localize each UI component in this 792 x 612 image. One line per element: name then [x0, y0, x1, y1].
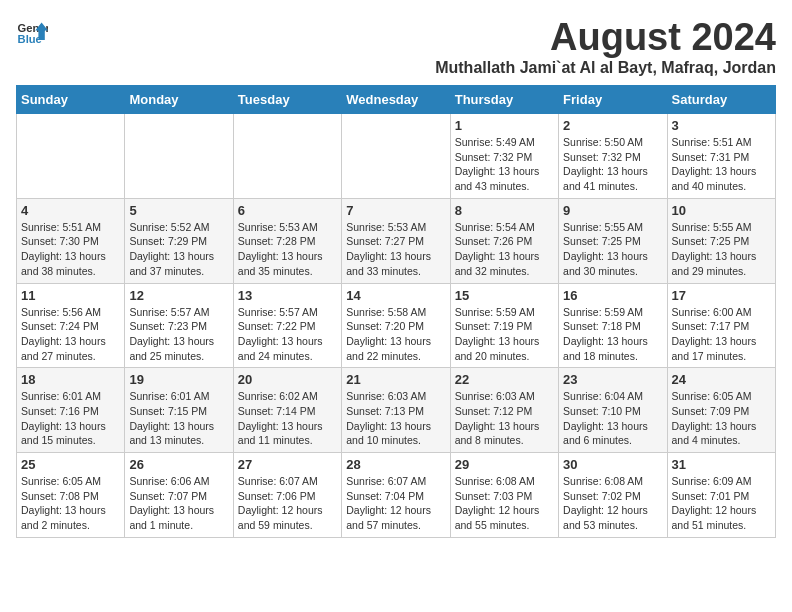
day-info: Sunrise: 6:06 AM Sunset: 7:07 PM Dayligh… [129, 474, 228, 533]
day-cell: 16Sunrise: 5:59 AM Sunset: 7:18 PM Dayli… [559, 283, 667, 368]
day-number: 13 [238, 288, 337, 303]
day-info: Sunrise: 5:56 AM Sunset: 7:24 PM Dayligh… [21, 305, 120, 364]
day-info: Sunrise: 5:59 AM Sunset: 7:19 PM Dayligh… [455, 305, 554, 364]
day-cell: 17Sunrise: 6:00 AM Sunset: 7:17 PM Dayli… [667, 283, 775, 368]
day-number: 17 [672, 288, 771, 303]
day-cell: 18Sunrise: 6:01 AM Sunset: 7:16 PM Dayli… [17, 368, 125, 453]
day-number: 15 [455, 288, 554, 303]
day-info: Sunrise: 5:59 AM Sunset: 7:18 PM Dayligh… [563, 305, 662, 364]
day-info: Sunrise: 6:00 AM Sunset: 7:17 PM Dayligh… [672, 305, 771, 364]
day-info: Sunrise: 5:53 AM Sunset: 7:28 PM Dayligh… [238, 220, 337, 279]
day-cell [125, 114, 233, 199]
day-number: 2 [563, 118, 662, 133]
day-cell: 3Sunrise: 5:51 AM Sunset: 7:31 PM Daylig… [667, 114, 775, 199]
day-cell: 8Sunrise: 5:54 AM Sunset: 7:26 PM Daylig… [450, 198, 558, 283]
day-number: 4 [21, 203, 120, 218]
column-header-friday: Friday [559, 86, 667, 114]
week-row-2: 4Sunrise: 5:51 AM Sunset: 7:30 PM Daylig… [17, 198, 776, 283]
day-cell: 12Sunrise: 5:57 AM Sunset: 7:23 PM Dayli… [125, 283, 233, 368]
page-header: General Blue August 2024 Muthallath Jami… [16, 16, 776, 77]
day-info: Sunrise: 5:58 AM Sunset: 7:20 PM Dayligh… [346, 305, 445, 364]
day-number: 30 [563, 457, 662, 472]
day-info: Sunrise: 6:08 AM Sunset: 7:03 PM Dayligh… [455, 474, 554, 533]
day-number: 23 [563, 372, 662, 387]
day-number: 22 [455, 372, 554, 387]
day-cell: 15Sunrise: 5:59 AM Sunset: 7:19 PM Dayli… [450, 283, 558, 368]
day-number: 1 [455, 118, 554, 133]
day-number: 5 [129, 203, 228, 218]
column-header-wednesday: Wednesday [342, 86, 450, 114]
day-cell: 25Sunrise: 6:05 AM Sunset: 7:08 PM Dayli… [17, 453, 125, 538]
day-cell: 24Sunrise: 6:05 AM Sunset: 7:09 PM Dayli… [667, 368, 775, 453]
column-header-tuesday: Tuesday [233, 86, 341, 114]
day-cell: 10Sunrise: 5:55 AM Sunset: 7:25 PM Dayli… [667, 198, 775, 283]
day-number: 12 [129, 288, 228, 303]
column-header-sunday: Sunday [17, 86, 125, 114]
day-number: 8 [455, 203, 554, 218]
day-number: 6 [238, 203, 337, 218]
day-cell: 11Sunrise: 5:56 AM Sunset: 7:24 PM Dayli… [17, 283, 125, 368]
day-cell [233, 114, 341, 199]
day-number: 27 [238, 457, 337, 472]
day-number: 11 [21, 288, 120, 303]
day-info: Sunrise: 5:51 AM Sunset: 7:31 PM Dayligh… [672, 135, 771, 194]
day-cell: 9Sunrise: 5:55 AM Sunset: 7:25 PM Daylig… [559, 198, 667, 283]
main-title: August 2024 [435, 16, 776, 59]
day-info: Sunrise: 6:08 AM Sunset: 7:02 PM Dayligh… [563, 474, 662, 533]
day-cell: 1Sunrise: 5:49 AM Sunset: 7:32 PM Daylig… [450, 114, 558, 199]
day-number: 20 [238, 372, 337, 387]
day-cell [342, 114, 450, 199]
day-cell: 29Sunrise: 6:08 AM Sunset: 7:03 PM Dayli… [450, 453, 558, 538]
day-number: 24 [672, 372, 771, 387]
day-info: Sunrise: 5:53 AM Sunset: 7:27 PM Dayligh… [346, 220, 445, 279]
column-header-saturday: Saturday [667, 86, 775, 114]
day-cell: 20Sunrise: 6:02 AM Sunset: 7:14 PM Dayli… [233, 368, 341, 453]
day-cell: 5Sunrise: 5:52 AM Sunset: 7:29 PM Daylig… [125, 198, 233, 283]
column-header-monday: Monday [125, 86, 233, 114]
day-number: 18 [21, 372, 120, 387]
subtitle: Muthallath Jami`at Al al Bayt, Mafraq, J… [435, 59, 776, 77]
day-info: Sunrise: 6:05 AM Sunset: 7:09 PM Dayligh… [672, 389, 771, 448]
day-number: 9 [563, 203, 662, 218]
day-cell: 22Sunrise: 6:03 AM Sunset: 7:12 PM Dayli… [450, 368, 558, 453]
day-cell: 4Sunrise: 5:51 AM Sunset: 7:30 PM Daylig… [17, 198, 125, 283]
day-info: Sunrise: 5:51 AM Sunset: 7:30 PM Dayligh… [21, 220, 120, 279]
header-row: SundayMondayTuesdayWednesdayThursdayFrid… [17, 86, 776, 114]
day-number: 29 [455, 457, 554, 472]
column-header-thursday: Thursday [450, 86, 558, 114]
logo: General Blue [16, 16, 48, 48]
day-info: Sunrise: 6:09 AM Sunset: 7:01 PM Dayligh… [672, 474, 771, 533]
day-cell: 30Sunrise: 6:08 AM Sunset: 7:02 PM Dayli… [559, 453, 667, 538]
day-cell: 21Sunrise: 6:03 AM Sunset: 7:13 PM Dayli… [342, 368, 450, 453]
day-info: Sunrise: 5:57 AM Sunset: 7:22 PM Dayligh… [238, 305, 337, 364]
day-info: Sunrise: 6:03 AM Sunset: 7:12 PM Dayligh… [455, 389, 554, 448]
day-info: Sunrise: 6:05 AM Sunset: 7:08 PM Dayligh… [21, 474, 120, 533]
week-row-3: 11Sunrise: 5:56 AM Sunset: 7:24 PM Dayli… [17, 283, 776, 368]
day-number: 7 [346, 203, 445, 218]
week-row-1: 1Sunrise: 5:49 AM Sunset: 7:32 PM Daylig… [17, 114, 776, 199]
calendar-table: SundayMondayTuesdayWednesdayThursdayFrid… [16, 85, 776, 538]
day-info: Sunrise: 5:49 AM Sunset: 7:32 PM Dayligh… [455, 135, 554, 194]
day-cell: 19Sunrise: 6:01 AM Sunset: 7:15 PM Dayli… [125, 368, 233, 453]
day-info: Sunrise: 6:04 AM Sunset: 7:10 PM Dayligh… [563, 389, 662, 448]
svg-text:Blue: Blue [18, 33, 42, 45]
day-info: Sunrise: 5:57 AM Sunset: 7:23 PM Dayligh… [129, 305, 228, 364]
day-number: 19 [129, 372, 228, 387]
day-cell: 14Sunrise: 5:58 AM Sunset: 7:20 PM Dayli… [342, 283, 450, 368]
day-number: 28 [346, 457, 445, 472]
day-number: 26 [129, 457, 228, 472]
week-row-4: 18Sunrise: 6:01 AM Sunset: 7:16 PM Dayli… [17, 368, 776, 453]
day-number: 25 [21, 457, 120, 472]
day-number: 16 [563, 288, 662, 303]
day-info: Sunrise: 6:01 AM Sunset: 7:16 PM Dayligh… [21, 389, 120, 448]
day-info: Sunrise: 6:02 AM Sunset: 7:14 PM Dayligh… [238, 389, 337, 448]
day-number: 21 [346, 372, 445, 387]
day-cell: 28Sunrise: 6:07 AM Sunset: 7:04 PM Dayli… [342, 453, 450, 538]
week-row-5: 25Sunrise: 6:05 AM Sunset: 7:08 PM Dayli… [17, 453, 776, 538]
day-number: 14 [346, 288, 445, 303]
logo-icon: General Blue [16, 16, 48, 48]
day-cell: 13Sunrise: 5:57 AM Sunset: 7:22 PM Dayli… [233, 283, 341, 368]
day-cell: 27Sunrise: 6:07 AM Sunset: 7:06 PM Dayli… [233, 453, 341, 538]
day-info: Sunrise: 5:52 AM Sunset: 7:29 PM Dayligh… [129, 220, 228, 279]
day-cell: 31Sunrise: 6:09 AM Sunset: 7:01 PM Dayli… [667, 453, 775, 538]
